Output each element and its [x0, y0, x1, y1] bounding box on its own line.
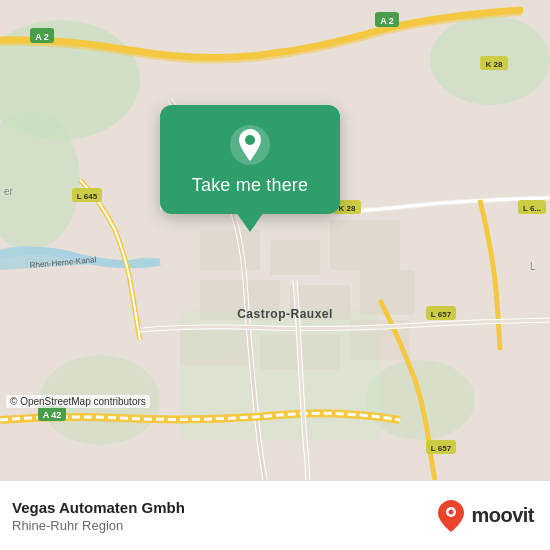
svg-text:A 2: A 2 [380, 16, 394, 26]
svg-text:L 657: L 657 [431, 444, 452, 453]
svg-text:L 6...: L 6... [523, 204, 541, 213]
svg-rect-9 [330, 220, 400, 270]
take-me-there-button[interactable]: Take me there [192, 175, 308, 196]
svg-rect-8 [270, 240, 320, 275]
map-tooltip[interactable]: Take me there [160, 105, 340, 214]
svg-text:er: er [4, 186, 14, 197]
moovit-pin-icon [435, 498, 467, 534]
svg-text:L: L [530, 261, 536, 272]
map-svg: A 2 A 2 K 28 K 28 L 645 L 657 L 657 L 6.… [0, 0, 550, 480]
svg-text:Castrop-Rauxel: Castrop-Rauxel [237, 307, 333, 321]
svg-rect-13 [180, 330, 250, 365]
svg-text:A 42: A 42 [43, 410, 62, 420]
moovit-text: moovit [471, 504, 534, 527]
svg-rect-12 [360, 270, 415, 315]
svg-text:A 2: A 2 [35, 32, 49, 42]
bottom-bar: Vegas Automaten Gmbh Rhine-Ruhr Region m… [0, 480, 550, 550]
location-title: Vegas Automaten Gmbh [12, 499, 185, 516]
svg-point-41 [449, 509, 454, 514]
location-info: Vegas Automaten Gmbh Rhine-Ruhr Region [12, 499, 185, 533]
svg-text:L 645: L 645 [77, 192, 98, 201]
svg-rect-7 [200, 230, 260, 270]
svg-text:K 28: K 28 [339, 204, 356, 213]
svg-point-39 [245, 135, 255, 145]
location-subtitle: Rhine-Ruhr Region [12, 518, 185, 533]
location-pin-icon [228, 123, 272, 167]
osm-attribution: © OpenStreetMap contributors [6, 395, 150, 408]
moovit-logo: moovit [435, 498, 534, 534]
svg-text:L 657: L 657 [431, 310, 452, 319]
svg-text:K 28: K 28 [486, 60, 503, 69]
map-container: A 2 A 2 K 28 K 28 L 645 L 657 L 657 L 6.… [0, 0, 550, 480]
